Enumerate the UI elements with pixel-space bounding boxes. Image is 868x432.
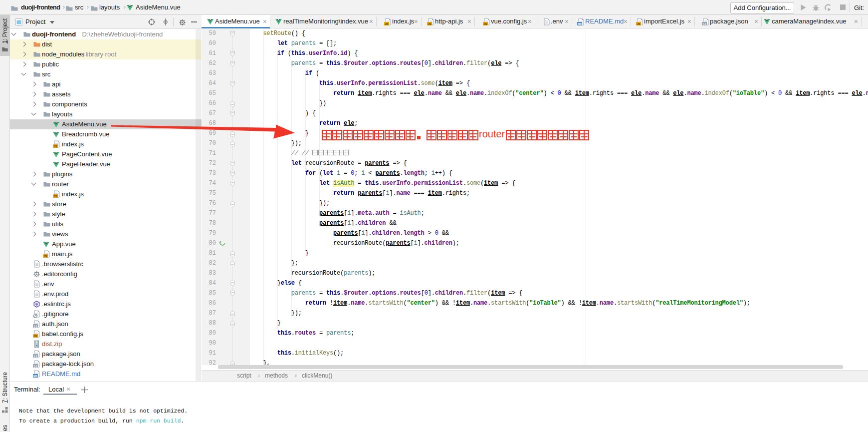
svg-text:JS: JS [385, 22, 389, 25]
svg-text:{..}: {..} [703, 23, 706, 25]
svg-text:JS: JS [54, 145, 57, 148]
svg-text:{..}: {..} [34, 325, 37, 328]
svg-text:JS: JS [484, 22, 487, 25]
svg-text:{..}: {..} [34, 365, 37, 368]
svg-text:JS: JS [637, 22, 641, 25]
svg-text:JS: JS [54, 195, 57, 198]
svg-text:JS: JS [44, 255, 47, 258]
svg-text:MD: MD [33, 375, 37, 378]
svg-text:JS: JS [34, 335, 37, 338]
svg-text:MD: MD [578, 22, 582, 25]
svg-text:JS: JS [428, 22, 432, 25]
svg-text:{..}: {..} [34, 355, 37, 358]
